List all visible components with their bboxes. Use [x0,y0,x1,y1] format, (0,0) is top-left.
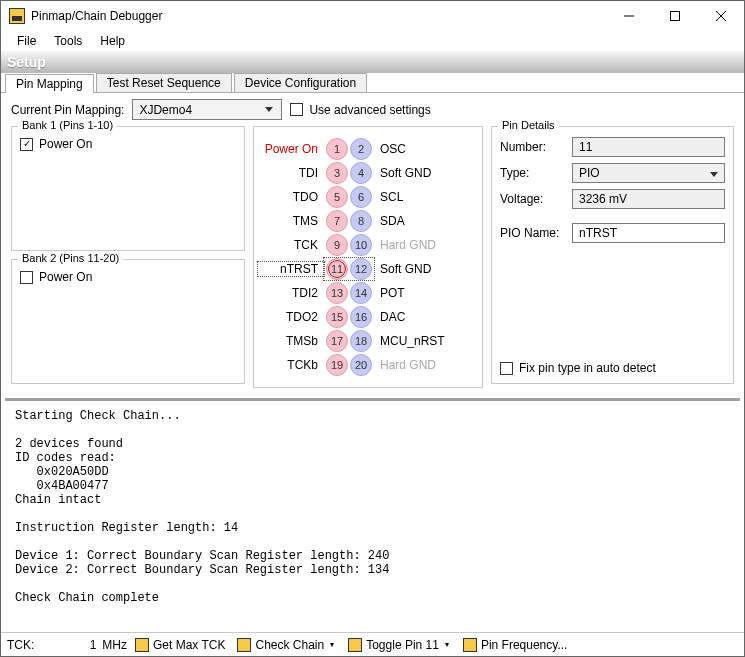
bank1-title: Bank 1 (Pins 1-10) [18,119,117,131]
minimize-button[interactable] [606,1,652,31]
pin-row: TMS78SDA [258,209,478,233]
menu-tools[interactable]: Tools [46,32,90,50]
maximize-button[interactable] [652,1,698,31]
tck-unit: MHz [102,638,127,652]
pin-circle[interactable]: 12 [350,258,372,280]
window-title: Pinmap/Chain Debugger [31,9,606,23]
pin-circle[interactable]: 19 [326,354,348,376]
pin-right-label[interactable]: DAC [374,310,444,324]
pin-row: TCKb1920Hard GND [258,353,478,377]
pin-pair: 1112 [324,258,374,280]
pin-left-label[interactable]: TMS [258,214,324,228]
type-label: Type: [500,166,564,180]
pin-circle[interactable]: 18 [350,330,372,352]
pin-row: TDI21314POT [258,281,478,305]
pin-right-label[interactable]: SCL [374,190,444,204]
tab-strip: Pin Mapping Test Reset Sequence Device C… [1,73,744,93]
pin-left-label[interactable]: TDO [258,190,324,204]
pin-right-label[interactable]: Soft GND [374,166,444,180]
pin-row: nTRST1112Soft GND [258,257,478,281]
close-button[interactable] [698,1,744,31]
checkbox-icon [290,103,303,116]
pin-left-label[interactable]: TDI2 [258,286,324,300]
menu-help[interactable]: Help [92,32,133,50]
tck-value: 1 [38,638,98,652]
pin-pair: 1718 [324,330,374,352]
check-chain-button[interactable]: Check Chain ▾ [233,636,340,654]
check-chain-label: Check Chain [255,638,324,652]
bank1-power-checkbox[interactable]: Power On [20,137,236,151]
current-mapping-label: Current Pin Mapping: [11,103,124,117]
pin-right-label[interactable]: POT [374,286,444,300]
pin-circle[interactable]: 16 [350,306,372,328]
pin-pair: 34 [324,162,374,184]
pin-left-label[interactable]: TDO2 [258,310,324,324]
pin-circle[interactable]: 5 [326,186,348,208]
pin-pair: 12 [324,138,374,160]
pin-circle[interactable]: 11 [326,258,348,280]
tab-pin-mapping[interactable]: Pin Mapping [5,74,94,93]
toggle-pin-button[interactable]: Toggle Pin 11 ▾ [344,636,455,654]
pin-circle[interactable]: 9 [326,234,348,256]
pin-left-label[interactable]: TCKb [258,358,324,372]
pin-right-label[interactable]: SDA [374,214,444,228]
fix-pin-type-label: Fix pin type in auto detect [519,361,656,375]
chevron-down-icon [710,166,718,180]
app-icon [9,8,25,24]
pin-details-group: Pin Details Number: 11 Type: PIO Voltage… [491,126,734,384]
pin-left-label[interactable]: nTRST [258,262,324,276]
fix-pin-type-checkbox[interactable]: Fix pin type in auto detect [500,361,656,375]
pin-row: Power On12OSC [258,137,478,161]
pin-pair: 56 [324,186,374,208]
toggle-pin-label: Toggle Pin 11 [366,638,439,652]
pin-circle[interactable]: 20 [350,354,372,376]
pin-circle[interactable]: 3 [326,162,348,184]
pin-right-label[interactable]: MCU_nRST [374,334,444,348]
pin-right-label[interactable]: Hard GND [374,358,444,372]
pin-circle[interactable]: 10 [350,234,372,256]
pin-pair: 910 [324,234,374,256]
bank2-power-checkbox[interactable]: Power On [20,270,236,284]
bank2-power-label: Power On [39,270,92,284]
pin-left-label[interactable]: TCK [258,238,324,252]
pin-circle[interactable]: 2 [350,138,372,160]
pin-circle[interactable]: 13 [326,282,348,304]
pin-frequency-button[interactable]: Pin Frequency... [459,636,571,654]
pin-right-label[interactable]: Hard GND [374,238,444,252]
use-advanced-checkbox[interactable]: Use advanced settings [290,103,430,117]
setup-header: Setup [1,51,744,73]
voltage-label: Voltage: [500,192,564,206]
output-log[interactable]: Starting Check Chain... 2 devices found … [5,398,740,632]
pin-circle[interactable]: 4 [350,162,372,184]
current-mapping-value: XJDemo4 [139,103,192,117]
pin-circle[interactable]: 6 [350,186,372,208]
pin-circle[interactable]: 8 [350,210,372,232]
pin-right-label[interactable]: OSC [374,142,444,156]
pin-row: TDO21516DAC [258,305,478,329]
checkbox-icon [20,271,33,284]
pin-left-label[interactable]: TDI [258,166,324,180]
pin-circle[interactable]: 7 [326,210,348,232]
tab-test-reset[interactable]: Test Reset Sequence [96,73,232,92]
tab-body: Current Pin Mapping: XJDemo4 Use advance… [1,93,744,398]
bank2-title: Bank 2 (Pins 11-20) [18,252,123,264]
pioname-input[interactable]: nTRST [572,223,725,243]
menu-file[interactable]: File [9,32,44,50]
bank1-group: Bank 1 (Pins 1-10) Power On [11,126,245,251]
type-select[interactable]: PIO [572,163,725,183]
number-label: Number: [500,140,564,154]
menu-bar: File Tools Help [1,31,744,51]
pin-left-label[interactable]: TMSb [258,334,324,348]
pin-pair: 78 [324,210,374,232]
pin-circle[interactable]: 1 [326,138,348,160]
pin-right-label[interactable]: Soft GND [374,262,444,276]
pin-circle[interactable]: 14 [350,282,372,304]
pin-left-label[interactable]: Power On [258,142,324,156]
get-max-tck-button[interactable]: Get Max TCK [131,636,229,654]
pin-details-title: Pin Details [498,119,559,131]
pin-circle[interactable]: 17 [326,330,348,352]
current-mapping-select[interactable]: XJDemo4 [132,99,282,120]
checkbox-icon [20,138,33,151]
tab-device-config[interactable]: Device Configuration [234,73,367,92]
pin-circle[interactable]: 15 [326,306,348,328]
